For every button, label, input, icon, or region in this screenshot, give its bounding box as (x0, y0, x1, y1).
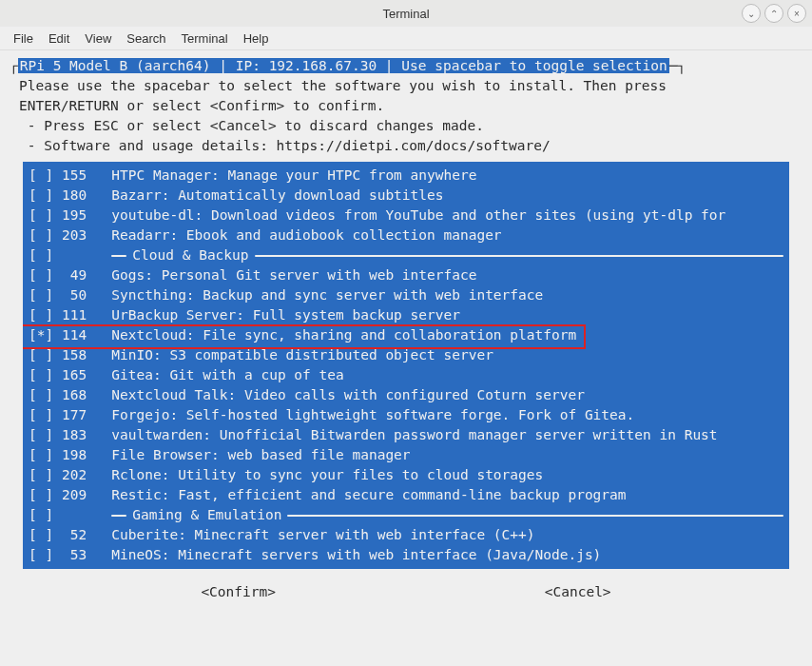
menu-terminal[interactable]: Terminal (174, 29, 236, 48)
window-controls: ⌄ ⌃ × (742, 4, 806, 23)
list-item[interactable]: [ ] 155 HTPC Manager: Manage your HTPC f… (23, 166, 789, 186)
divider-icon (111, 515, 126, 517)
list-item[interactable]: [ ] 198 File Browser: web based file man… (23, 445, 789, 465)
menu-view[interactable]: View (77, 29, 119, 48)
menu-help[interactable]: Help (236, 29, 277, 48)
menubar: File Edit View Search Terminal Help (0, 27, 812, 50)
terminal-window: Terminal ⌄ ⌃ × File Edit View Search Ter… (0, 0, 812, 666)
list-item[interactable]: [ ] 165 Gitea: Git with a cup of tea (23, 365, 789, 385)
cancel-button[interactable]: <Cancel> (545, 582, 611, 602)
section-header: [ ] Gaming & Emulation (23, 505, 789, 525)
list-item[interactable]: [ ] 52 Cuberite: Minecraft server with w… (23, 525, 789, 545)
list-item[interactable]: [ ] 203 Readarr: Ebook and audiobook col… (23, 225, 789, 245)
divider-line (287, 515, 783, 517)
list-item[interactable]: [ ] 195 youtube-dl: Download videos from… (23, 206, 789, 225)
list-item[interactable]: [ ] 50 Syncthing: Backup and sync server… (23, 285, 789, 305)
divider-line (255, 255, 783, 257)
window-title: Terminal (382, 7, 429, 21)
divider-icon (111, 255, 126, 257)
section-header: [ ] Cloud & Backup (23, 245, 789, 265)
titlebar: Terminal ⌄ ⌃ × (0, 0, 812, 27)
header-line: RPi 5 Model B (aarch64) | IP: 192.168.67… (18, 58, 669, 73)
intro-line-1: Please use the spacebar to select the so… (19, 76, 802, 96)
intro-line-2: ENTER/RETURN or select <Confirm> to conf… (19, 96, 802, 116)
intro-line-3: - Press ESC or select <Cancel> to discar… (19, 116, 802, 136)
list-item[interactable]: [*] 114 Nextcloud: File sync, sharing an… (23, 325, 789, 345)
intro-line-4: - Software and usage details: https://di… (19, 136, 802, 156)
list-item[interactable]: [ ] 177 Forgejo: Self-hosted lightweight… (23, 405, 789, 425)
list-item[interactable]: [ ] 111 UrBackup Server: Full system bac… (23, 305, 789, 325)
software-list[interactable]: [ ] 155 HTPC Manager: Manage your HTPC f… (23, 162, 789, 569)
menu-edit[interactable]: Edit (41, 29, 77, 48)
dialog-frame: ┌RPi 5 Model B (aarch64) | IP: 192.168.6… (10, 56, 802, 76)
close-icon[interactable]: × (787, 4, 806, 23)
terminal-content[interactable]: ┌RPi 5 Model B (aarch64) | IP: 192.168.6… (0, 50, 812, 666)
section-prefix: [ ] (29, 245, 111, 265)
section-label: Gaming & Emulation (132, 505, 281, 525)
list-item[interactable]: [ ] 183 vaultwarden: Unofficial Bitwarde… (23, 425, 789, 445)
list-item[interactable]: [ ] 168 Nextcloud Talk: Video calls with… (23, 385, 789, 405)
minimize-icon[interactable]: ⌄ (742, 4, 761, 23)
maximize-icon[interactable]: ⌃ (764, 4, 783, 23)
list-item[interactable]: [ ] 49 Gogs: Personal Git server with we… (23, 265, 789, 285)
list-item[interactable]: [ ] 202 Rclone: Utility to sync your fil… (23, 465, 789, 485)
list-item[interactable]: [ ] 209 Restic: Fast, efficient and secu… (23, 485, 789, 505)
list-item[interactable]: [ ] 180 Bazarr: Automatically download s… (23, 186, 789, 206)
confirm-button[interactable]: <Confirm> (201, 582, 276, 602)
menu-file[interactable]: File (6, 29, 41, 48)
list-item[interactable]: [ ] 53 MineOS: Minecraft servers with we… (23, 545, 789, 565)
section-prefix: [ ] (29, 505, 111, 525)
menu-search[interactable]: Search (119, 29, 173, 48)
section-label: Cloud & Backup (132, 245, 248, 265)
dialog-buttons: <Confirm> <Cancel> (10, 569, 802, 612)
list-item[interactable]: [ ] 158 MinIO: S3 compatible distributed… (23, 345, 789, 365)
